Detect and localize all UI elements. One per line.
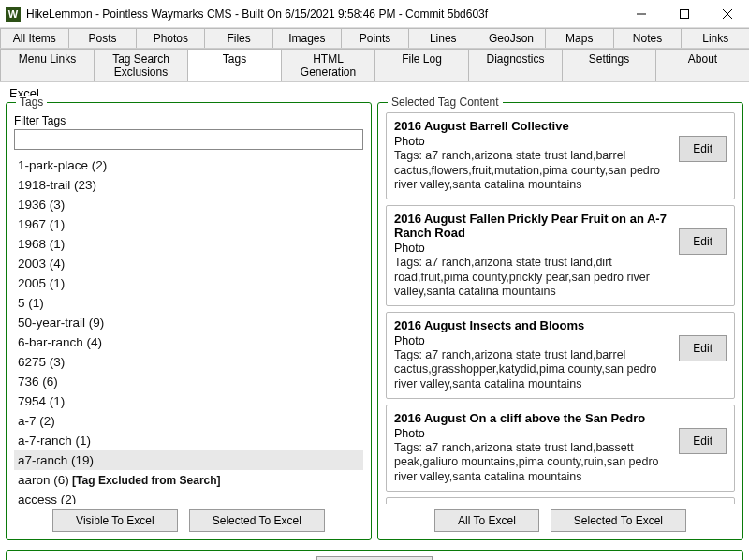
tag-item[interactable]: a7-ranch (19): [14, 450, 363, 470]
refresh-wrap: Refresh 📷: [6, 550, 743, 560]
tag-item[interactable]: access (2): [14, 490, 363, 504]
tag-item[interactable]: aaron (6) [Tag Excluded from Search]: [14, 470, 363, 490]
tag-item[interactable]: 6-bar-ranch (4): [14, 332, 363, 352]
tag-item[interactable]: a-7 (2): [14, 411, 363, 431]
tab-photos[interactable]: Photos: [136, 28, 205, 48]
tag-list[interactable]: 1-park-place (2)1918-trail (23)1936 (3)1…: [14, 155, 363, 504]
content-panel-footer: All To Excel Selected To Excel: [386, 504, 735, 532]
tab-diagnostics[interactable]: Diagnostics: [468, 49, 563, 81]
tab-tag-search-exclusions[interactable]: Tag Search Exclusions: [94, 49, 188, 81]
edit-button[interactable]: Edit: [679, 228, 727, 255]
svg-rect-1: [681, 9, 689, 18]
tab-html-generation[interactable]: HTML Generation: [281, 49, 375, 81]
tab-maps[interactable]: Maps: [545, 28, 614, 48]
content-panel-legend: Selected Tag Content: [388, 96, 503, 109]
tab-row-2: Menu LinksTag Search ExclusionsTagsHTML …: [0, 49, 749, 82]
content-type: Photo: [394, 135, 673, 148]
tag-item[interactable]: 1918-trail (23): [14, 175, 363, 195]
tab-notes[interactable]: Notes: [613, 28, 683, 48]
app-icon: W: [6, 7, 21, 22]
tab-menu-links[interactable]: Menu Links: [0, 49, 95, 81]
tag-item[interactable]: a-7-ranch (1): [14, 431, 363, 450]
tab-all-items[interactable]: All Items: [0, 28, 69, 48]
tab-files[interactable]: Files: [204, 28, 273, 48]
tab-points[interactable]: Points: [341, 28, 410, 48]
edit-button[interactable]: Edit: [679, 335, 727, 361]
tag-item[interactable]: 2003 (4): [14, 254, 363, 273]
content-card[interactable]: 2016 August Fallen Prickly Pear Fruit on…: [386, 205, 735, 306]
content-list[interactable]: 2016 August Barrell CollectivePhotoTags:…: [386, 112, 735, 504]
tag-exclusion-badge: [Tag Excluded from Search]: [69, 474, 221, 487]
tab-settings[interactable]: Settings: [562, 49, 656, 81]
tab-row-1: All ItemsPostsPhotosFilesImagesPointsLin…: [0, 28, 749, 49]
tag-item[interactable]: 50-year-trail (9): [14, 313, 363, 332]
main-area: Tags Filter Tags 1-park-place (2)1918-tr…: [0, 102, 749, 546]
tab-links[interactable]: Links: [681, 28, 749, 48]
filter-tags-input[interactable]: [14, 129, 363, 150]
content-title: 2016 August Insects and Blooms: [394, 318, 673, 332]
content-tags: Tags: a7 ranch,arizona state trust land,…: [394, 149, 673, 193]
tab-lines[interactable]: Lines: [408, 28, 477, 48]
selected-tag-content-panel: Selected Tag Content 2016 August Barrell…: [377, 102, 743, 540]
tags-panel-legend: Tags: [16, 96, 47, 109]
tag-item[interactable]: 1-park-place (2): [14, 155, 363, 175]
close-button[interactable]: [706, 0, 749, 28]
content-card[interactable]: 2016 August Barrell CollectivePhotoTags:…: [386, 112, 735, 199]
titlebar: W HikeLemmon - Pointless Waymarks CMS - …: [0, 0, 749, 28]
tag-item[interactable]: 6275 (3): [14, 352, 363, 372]
all-to-excel-button[interactable]: All To Excel: [434, 509, 539, 532]
content-tags: Tags: a7 ranch,arizona state trust land,…: [394, 256, 673, 300]
visible-to-excel-button[interactable]: Visible To Excel: [52, 509, 178, 532]
tag-item[interactable]: 2005 (1): [14, 273, 363, 293]
content-title: 2016 August Fallen Prickly Pear Fruit on…: [394, 212, 673, 240]
content-selected-to-excel-button[interactable]: Selected To Excel: [551, 509, 686, 532]
content-type: Photo: [394, 242, 673, 255]
tab-images[interactable]: Images: [272, 28, 342, 48]
maximize-button[interactable]: [663, 0, 706, 28]
tags-panel-footer: Visible To Excel Selected To Excel: [14, 504, 363, 532]
tag-item[interactable]: 1936 (3): [14, 195, 363, 214]
content-card[interactable]: 2016 August RattlerPhotoTags: a7 ranch,a…: [386, 497, 735, 505]
edit-button[interactable]: Edit: [679, 136, 727, 162]
edit-button[interactable]: Edit: [679, 428, 727, 454]
content-card[interactable]: 2016 August On a cliff above the San Ped…: [386, 405, 735, 492]
tag-item[interactable]: 1968 (1): [14, 234, 363, 254]
content-title: 2016 August On a cliff above the San Ped…: [394, 411, 673, 425]
window-controls: [620, 0, 749, 28]
selected-to-excel-button[interactable]: Selected To Excel: [189, 509, 325, 532]
minimize-button[interactable]: [620, 0, 663, 28]
tag-item[interactable]: 5 (1): [14, 293, 363, 313]
tag-item[interactable]: 1967 (1): [14, 214, 363, 234]
tag-item[interactable]: 7954 (1): [14, 391, 363, 411]
content-type: Photo: [394, 334, 673, 347]
window-title: HikeLemmon - Pointless Waymarks CMS - Bu…: [26, 7, 620, 21]
tab-file-log[interactable]: File Log: [374, 49, 469, 81]
content-tags: Tags: a7 ranch,arizona state trust land,…: [394, 348, 673, 392]
refresh-button[interactable]: Refresh: [316, 556, 433, 560]
content-type: Photo: [394, 427, 673, 440]
tags-panel: Tags Filter Tags 1-park-place (2)1918-tr…: [6, 102, 372, 540]
refresh-row: Refresh 📷: [0, 546, 749, 560]
content-tags: Tags: a7 ranch,arizona state trust land,…: [394, 441, 673, 485]
tag-item[interactable]: 736 (6): [14, 372, 363, 391]
content-title: 2016 August Barrell Collective: [394, 119, 673, 133]
excel-label[interactable]: Excel: [0, 82, 749, 102]
tab-tags[interactable]: Tags: [187, 49, 282, 81]
tab-posts[interactable]: Posts: [68, 28, 138, 48]
tab-about[interactable]: About: [655, 49, 749, 81]
content-card[interactable]: 2016 August Insects and BloomsPhotoTags:…: [386, 312, 735, 399]
filter-tags-label: Filter Tags: [14, 114, 363, 127]
tab-geojson[interactable]: GeoJson: [477, 28, 546, 48]
